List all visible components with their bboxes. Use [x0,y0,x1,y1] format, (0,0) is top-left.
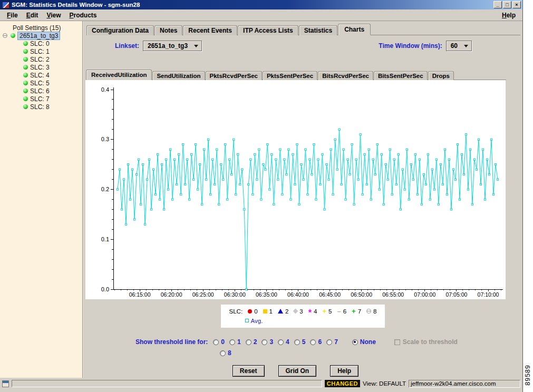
time-window-dropdown[interactable]: 60 [446,41,472,51]
tree-item-slc-8[interactable]: SLC: 8 [0,103,82,111]
menu-products[interactable]: Products [65,11,101,20]
chevron-down-icon [464,45,468,47]
status-ok-icon [23,89,28,93]
radio-label: 4 [286,338,289,346]
threshold-radio-2[interactable]: 2 [246,338,257,346]
tab-pktssentpersec[interactable]: PktsSentPerSec [263,71,317,80]
radio-label: 5 [302,338,306,346]
tree-item-label: SLC: 0 [30,40,50,47]
filled-diamond-icon [293,309,298,314]
legend-item-slc-4: *4 [308,308,317,315]
threshold-radio-1[interactable]: 1 [229,338,241,346]
close-button[interactable]: × [512,1,521,8]
status-ok-icon [23,104,28,109]
tree-item-slc-7[interactable]: SLC: 7 [0,95,82,103]
minimize-button[interactable]: _ [493,1,502,8]
doc-margin-strip: 89589 [523,0,533,392]
svg-text:06:25:00: 06:25:00 [192,291,214,298]
threshold-radio-6[interactable]: 6 [310,338,322,346]
tree-item-slc-4[interactable]: SLC: 4 [0,71,82,79]
radio-icon [220,350,226,356]
legend-item-label: 7 [358,308,361,315]
maximize-button[interactable]: □ [503,1,511,8]
legend-item-label: 8 [373,308,376,315]
legend-item-slc-6: –6 [337,308,346,315]
radio-icon [229,339,235,345]
threshold-label: Show threshold line for: [135,338,208,346]
menu-file[interactable]: File [3,11,22,20]
menu-edit[interactable]: Edit [22,11,43,20]
tree-item-slc-2[interactable]: SLC: 2 [0,55,82,63]
menu-help[interactable]: Help [498,11,520,20]
filled-circle-icon [248,309,252,313]
threshold-radio-3[interactable]: 3 [261,338,273,346]
svg-text:07:10:00: 07:10:00 [478,291,499,298]
action-buttons-row: Reset Grid On Help [85,365,506,377]
help-button[interactable]: Help [330,365,358,377]
tab-charts[interactable]: Charts [338,24,371,35]
tree-expand-handle[interactable] [3,33,7,38]
tree-item-slc-3[interactable]: SLC: 3 [0,63,82,71]
grid-on-button[interactable]: Grid On [278,365,317,377]
status-message-area [12,380,322,387]
threshold-radio-7[interactable]: 7 [326,338,338,346]
threshold-radio-none[interactable]: None [352,338,376,346]
tab-bitssentpersec[interactable]: BitsSentPerSec [374,71,428,80]
poll-settings-tree: Poll Settings (15)2651a_to_tg3SLC: 0SLC:… [0,21,83,378]
svg-text:0.1: 0.1 [101,236,109,242]
linkset-dropdown[interactable]: 2651a_to_tg3 [143,41,202,51]
tree-item-label: 2651a_to_tg3 [17,32,60,40]
threshold-radio-4[interactable]: 4 [278,338,289,346]
legend-avg-row: Avg. [229,317,377,325]
svg-text:06:55:00: 06:55:00 [382,291,404,298]
legend-item-avg: Avg. [245,318,263,324]
tree-item-poll-settings[interactable]: Poll Settings (15) [0,24,82,32]
threshold-radio-8[interactable]: 8 [220,349,231,357]
scale-to-threshold-checkbox: Scale to threshold [394,338,458,346]
tree-item-slc-5[interactable]: SLC: 5 [0,79,82,87]
tab-bitsrcvdpersec[interactable]: BitsRcvdPerSec [318,71,373,80]
screenshot-root: SGM: Statistics Details Window - sgm-sun… [0,0,533,392]
time-window-label: Time Window (mins): [379,42,442,50]
tab-drops[interactable]: Drops [428,71,454,80]
tree-item-label: SLC: 7 [30,95,50,103]
svg-text:0.4: 0.4 [101,86,109,93]
tab-statistics[interactable]: Statistics [299,25,337,35]
menu-view[interactable]: View [42,11,65,20]
threshold-row-1: Show threshold line for: 01234567NoneSca… [85,337,520,347]
reset-button[interactable]: Reset [232,365,265,377]
chart-canvas: 0.00.10.20.30.406:15:0006:20:0006:25:000… [85,80,506,299]
tab-pktsrcvdpersec[interactable]: PktsRcvdPerSec [206,71,262,80]
legend-item-label: 0 [254,308,257,315]
status-ok-icon [11,33,15,38]
threshold-radio-0[interactable]: 0 [213,338,225,346]
status-ok-icon [23,49,28,54]
tree-item-slc-1[interactable]: SLC: 1 [0,47,82,55]
svg-text:06:30:00: 06:30:00 [224,291,246,298]
tree-item-slc-0[interactable]: SLC: 0 [0,40,82,47]
tab-notes[interactable]: Notes [154,25,182,35]
legend-item-label: 3 [299,308,303,315]
legend-item-slc-2: 2 [278,308,288,315]
legend-item-label: 6 [343,308,346,315]
tab-recent-events[interactable]: Recent Events [183,25,237,35]
tab-receivedutilization[interactable]: ReceivedUtilization [86,70,152,80]
statusbar: CHANGED View: DEFAULT jeffmoor-w2k04.ame… [1,379,521,388]
status-view-label: View: DEFAULT [363,380,406,387]
tree-item-slc-6[interactable]: SLC: 6 [0,87,82,95]
svg-text:06:20:00: 06:20:00 [161,291,182,298]
titlebar: SGM: Statistics Details Window - sgm-sun… [0,0,522,9]
radio-dot [354,341,356,343]
main-panel: Configuration DataNotesRecent EventsITP … [83,21,522,378]
chart-legend: SLC: 0123*4+5–6+78 Avg. [221,305,385,328]
tab-sendutilization[interactable]: SendUtilization [152,71,205,80]
status-ok-icon [23,96,28,101]
tree-item-label: Poll Settings (15) [13,24,61,32]
tab-itp-access-lists[interactable]: ITP Access Lists [238,25,298,35]
status-host-field: jeffmoor-w2k04.amer.cisco.com [409,380,520,388]
chevron-down-icon [194,45,198,47]
tab-configuration-data[interactable]: Configuration Data [86,25,154,35]
tree-item-linkset[interactable]: 2651a_to_tg3 [0,32,82,40]
threshold-radio-5[interactable]: 5 [294,338,306,346]
menubar: FileEditViewProducts Help [0,9,522,21]
